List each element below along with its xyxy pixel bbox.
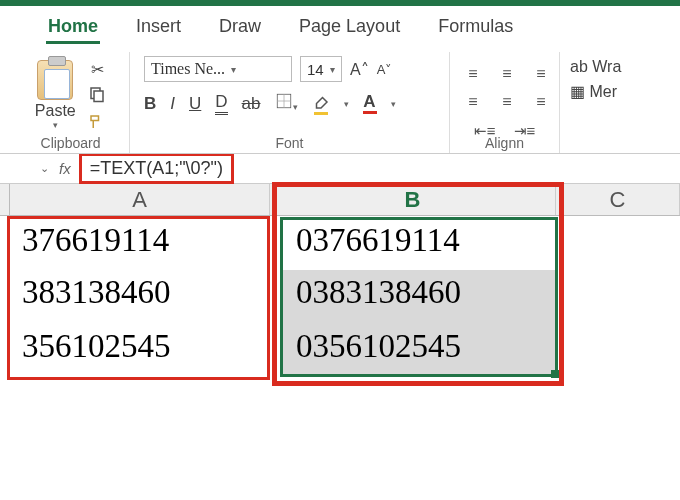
group-font: Times Ne...▾ 14▾ A˄ A˅ B I U D ab ▾ ▾ A▾… (130, 52, 450, 153)
cell-grid[interactable]: 376619114 383138460 356102545 0376619114… (0, 216, 680, 416)
group-label-clipboard: Clipboard (12, 135, 129, 151)
strikethrough-button[interactable]: ab (242, 94, 261, 114)
chevron-down-icon[interactable]: ▾ (391, 99, 396, 109)
align-left-button[interactable]: ≡ (460, 90, 486, 114)
chevron-down-icon[interactable]: ▾ (344, 99, 349, 109)
cut-icon[interactable]: ✂ (88, 60, 106, 79)
fx-icon[interactable]: fx (59, 160, 71, 177)
group-clipboard: Paste ▾ ✂ Clipboard (12, 52, 130, 153)
chevron-down-icon[interactable]: ▾ (330, 64, 335, 75)
group-label-alignment: Alignn (450, 135, 559, 151)
chevron-down-icon[interactable]: ▾ (53, 120, 58, 130)
tab-draw[interactable]: Draw (217, 12, 263, 44)
align-middle-button[interactable]: ≡ (494, 62, 520, 86)
ribbon: Paste ▾ ✂ Clipboard Times Ne...▾ 14▾ A˄ … (0, 46, 680, 154)
group-alignment: ≡ ≡ ≡ ≡ ≡ ≡ ⇤≡ ⇥≡ Alignn (450, 52, 560, 153)
worksheet: A B C 376619114 383138460 356102545 0376… (0, 184, 680, 416)
annotation-box-b (272, 182, 564, 386)
paste-button[interactable]: Paste (35, 102, 76, 120)
fill-color-button[interactable] (312, 93, 330, 115)
font-color-button[interactable]: A (363, 93, 377, 114)
tab-home[interactable]: Home (46, 12, 100, 44)
annotation-box-a (7, 216, 270, 380)
tab-insert[interactable]: Insert (134, 12, 183, 44)
group-wrap-merge: ab Wra ▦ Mer (560, 52, 638, 153)
svg-rect-1 (94, 91, 103, 102)
wrap-text-button[interactable]: ab Wra (570, 58, 628, 76)
column-header-a[interactable]: A (10, 184, 270, 215)
format-painter-icon[interactable] (88, 113, 106, 135)
ribbon-tabs: Home Insert Draw Page Layout Formulas (0, 6, 680, 46)
align-right-button[interactable]: ≡ (528, 90, 554, 114)
name-box-dropdown-icon[interactable]: ⌄ (40, 162, 49, 175)
formula-bar: ⌄ fx =TEXT(A1;"\0?") (0, 154, 680, 184)
borders-button[interactable]: ▾ (275, 92, 298, 115)
grow-font-button[interactable]: A˄ (350, 60, 369, 79)
font-size-combo[interactable]: 14▾ (300, 56, 342, 82)
align-center-button[interactable]: ≡ (494, 90, 520, 114)
tab-formulas[interactable]: Formulas (436, 12, 515, 44)
merge-center-button[interactable]: ▦ Mer (570, 82, 628, 101)
column-header-c[interactable]: C (556, 184, 680, 215)
bold-button[interactable]: B (144, 94, 156, 114)
shrink-font-button[interactable]: A˅ (377, 62, 393, 77)
tab-page-layout[interactable]: Page Layout (297, 12, 402, 44)
font-name-combo[interactable]: Times Ne...▾ (144, 56, 292, 82)
align-bottom-button[interactable]: ≡ (528, 62, 554, 86)
italic-button[interactable]: I (170, 94, 175, 114)
group-label-font: Font (130, 135, 449, 151)
double-underline-button[interactable]: D (215, 92, 227, 115)
paste-icon[interactable] (37, 60, 73, 100)
copy-icon[interactable] (88, 85, 106, 107)
formula-input[interactable]: =TEXT(A1;"\0?") (79, 153, 234, 184)
chevron-down-icon[interactable]: ▾ (231, 64, 236, 75)
align-top-button[interactable]: ≡ (460, 62, 486, 86)
underline-button[interactable]: U (189, 94, 201, 114)
select-all-corner[interactable] (0, 184, 10, 215)
